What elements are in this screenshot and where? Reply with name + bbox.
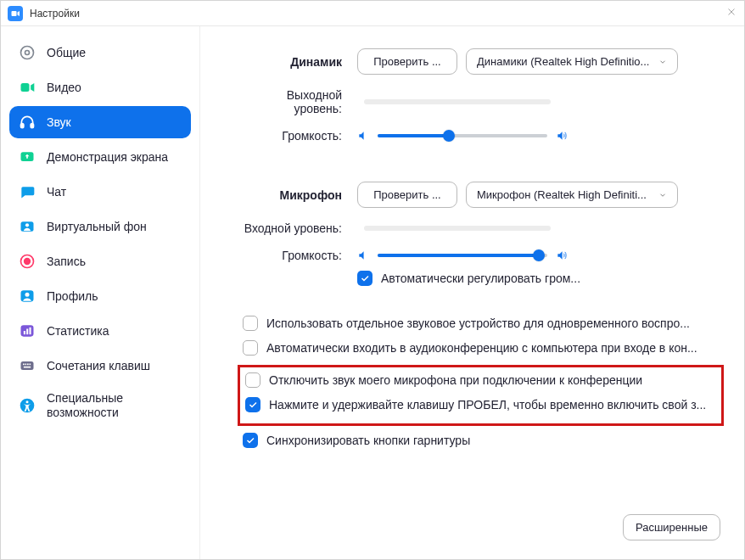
mic-volume-slider[interactable] xyxy=(378,254,547,257)
svg-rect-21 xyxy=(30,364,31,366)
sidebar-item-profile[interactable]: Профиль xyxy=(9,280,191,312)
sidebar-item-label: Общие xyxy=(47,46,86,60)
gear-icon xyxy=(18,43,36,62)
input-level-label: Входной уровень: xyxy=(243,221,357,235)
sidebar-item-recording[interactable]: Запись xyxy=(9,245,191,277)
mic-device-text: Микрофон (Realtek High Definiti... xyxy=(477,188,653,201)
test-speaker-button[interactable]: Проверить ... xyxy=(357,48,457,75)
chat-icon xyxy=(18,182,36,201)
window-title: Настройки xyxy=(30,8,80,20)
svg-rect-20 xyxy=(27,364,29,366)
app-icon xyxy=(8,6,23,21)
space-unmute-checkbox[interactable] xyxy=(245,397,260,412)
settings-window: Настройки Общие Видео Звук Демонстрация … xyxy=(0,0,745,560)
svg-rect-16 xyxy=(30,328,31,334)
svg-rect-4 xyxy=(21,124,24,128)
share-screen-icon xyxy=(18,148,36,166)
speaker-volume-label: Громкость: xyxy=(243,129,357,143)
sidebar-item-label: Видео xyxy=(47,81,81,95)
sidebar-item-label: Запись xyxy=(47,255,86,269)
volume-high-icon xyxy=(556,249,568,261)
highlighted-options-box: Отключить звук моего микрофона при подкл… xyxy=(238,365,724,426)
chevron-down-icon xyxy=(658,191,667,199)
sidebar-item-label: Статистика xyxy=(47,324,109,339)
separate-device-label: Использовать отдельное звуковое устройст… xyxy=(266,316,719,332)
auto-adjust-mic-label: Автоматически регулировать гром... xyxy=(381,271,580,287)
svg-rect-0 xyxy=(12,11,17,16)
input-level-meter xyxy=(364,226,719,231)
accessibility-icon xyxy=(18,396,36,415)
titlebar: Настройки xyxy=(1,1,744,26)
auto-adjust-mic-checkbox[interactable] xyxy=(357,271,372,286)
advanced-button[interactable]: Расширенные xyxy=(623,514,720,540)
keyboard-icon xyxy=(18,356,36,375)
svg-point-8 xyxy=(25,223,29,227)
mute-on-join-label: Отключить звук моего микрофона при подкл… xyxy=(269,372,716,389)
sidebar-item-label: Чат xyxy=(47,185,66,199)
sidebar-item-accessibility[interactable]: Специальные возможности xyxy=(9,384,191,427)
sidebar-item-label: Звук xyxy=(47,115,71,130)
test-mic-button[interactable]: Проверить ... xyxy=(357,182,457,208)
svg-rect-18 xyxy=(23,364,25,366)
sidebar-item-general[interactable]: Общие xyxy=(9,36,191,69)
svg-point-2 xyxy=(25,51,30,55)
microphone-section-label: Микрофон xyxy=(243,188,357,202)
volume-low-icon xyxy=(357,249,369,261)
svg-rect-19 xyxy=(25,364,27,366)
sync-headset-checkbox[interactable] xyxy=(243,433,258,448)
space-unmute-label: Нажмите и удерживайте клавишу ПРОБЕЛ, чт… xyxy=(269,397,716,413)
svg-rect-22 xyxy=(24,367,31,368)
speaker-device-text: Динамики (Realtek High Definitio... xyxy=(477,55,653,68)
svg-rect-17 xyxy=(21,361,34,370)
video-icon xyxy=(18,78,36,97)
sidebar-item-label: Профиль xyxy=(47,289,98,304)
auto-join-audio-label: Автоматически входить в аудиоконференцию… xyxy=(266,340,719,356)
close-icon[interactable] xyxy=(725,6,737,21)
sidebar: Общие Видео Звук Демонстрация экрана Чат… xyxy=(1,26,200,559)
sidebar-item-label: Виртуальный фон xyxy=(47,220,147,234)
sidebar-item-label: Демонстрация экрана xyxy=(47,150,168,165)
sidebar-item-label: Специальные возможности xyxy=(47,391,182,420)
svg-point-24 xyxy=(26,400,29,403)
svg-rect-15 xyxy=(26,329,28,335)
volume-high-icon xyxy=(556,130,568,142)
sidebar-item-video[interactable]: Видео xyxy=(9,71,191,104)
sidebar-item-virtual-background[interactable]: Виртуальный фон xyxy=(9,210,191,243)
output-level-label: Выходной уровень: xyxy=(243,88,357,115)
sidebar-item-audio[interactable]: Звук xyxy=(9,106,191,138)
content-panel: Динамик Проверить ... Динамики (Realtek … xyxy=(200,26,744,559)
record-icon xyxy=(18,252,36,271)
separate-device-checkbox[interactable] xyxy=(243,316,258,331)
stats-icon xyxy=(18,322,36,340)
sidebar-item-chat[interactable]: Чат xyxy=(9,176,191,208)
auto-join-audio-checkbox[interactable] xyxy=(243,340,258,356)
virtual-bg-icon xyxy=(18,217,36,236)
mic-device-select[interactable]: Микрофон (Realtek High Definiti... xyxy=(466,182,678,208)
volume-low-icon xyxy=(357,130,369,142)
sync-headset-label: Синхронизировать кнопки гарнитуры xyxy=(266,433,719,449)
sidebar-item-share-screen[interactable]: Демонстрация экрана xyxy=(9,141,191,173)
chevron-down-icon xyxy=(658,58,667,66)
speaker-section-label: Динамик xyxy=(243,55,357,69)
sidebar-item-label: Сочетания клавиш xyxy=(47,359,150,373)
svg-point-12 xyxy=(25,293,30,297)
svg-rect-3 xyxy=(21,83,30,92)
headphones-icon xyxy=(18,113,36,132)
sidebar-item-statistics[interactable]: Статистика xyxy=(9,315,191,347)
sidebar-item-keyboard-shortcuts[interactable]: Сочетания клавиш xyxy=(9,350,191,382)
speaker-volume-slider[interactable] xyxy=(378,134,547,137)
mute-on-join-checkbox[interactable] xyxy=(245,372,260,388)
output-level-meter xyxy=(364,99,719,104)
speaker-device-select[interactable]: Динамики (Realtek High Definitio... xyxy=(466,48,678,75)
svg-rect-14 xyxy=(24,331,25,334)
svg-point-1 xyxy=(21,47,34,59)
mic-volume-label: Громкость: xyxy=(243,249,357,262)
svg-rect-5 xyxy=(31,124,33,128)
svg-point-10 xyxy=(25,259,31,265)
profile-icon xyxy=(18,287,36,305)
